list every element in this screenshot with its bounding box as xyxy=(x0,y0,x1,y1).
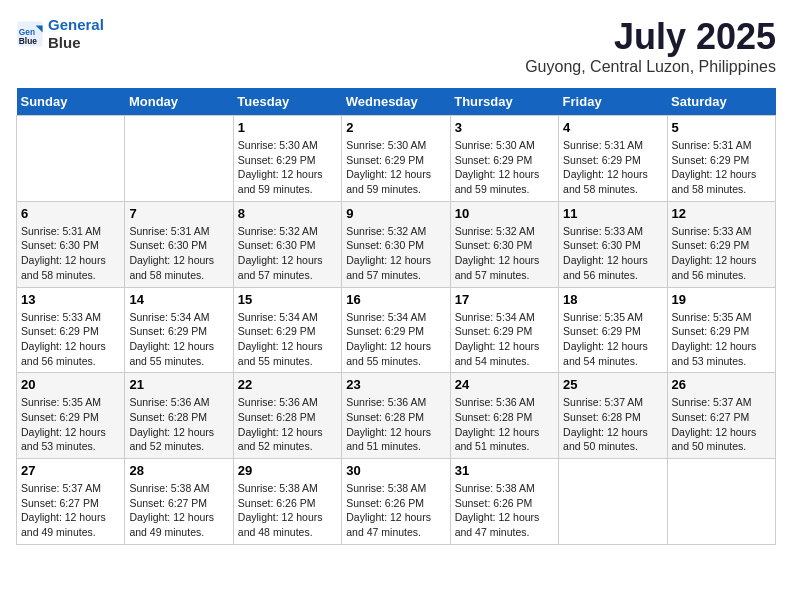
day-number: 21 xyxy=(129,377,228,392)
calendar-day-cell: 2Sunrise: 5:30 AM Sunset: 6:29 PM Daylig… xyxy=(342,116,450,202)
calendar-day-cell: 25Sunrise: 5:37 AM Sunset: 6:28 PM Dayli… xyxy=(559,373,667,459)
logo-icon: Gen Blue xyxy=(16,20,44,48)
calendar-day-cell: 19Sunrise: 5:35 AM Sunset: 6:29 PM Dayli… xyxy=(667,287,775,373)
day-number: 11 xyxy=(563,206,662,221)
day-number: 31 xyxy=(455,463,554,478)
day-number: 12 xyxy=(672,206,771,221)
calendar-day-cell: 4Sunrise: 5:31 AM Sunset: 6:29 PM Daylig… xyxy=(559,116,667,202)
calendar-day-cell: 29Sunrise: 5:38 AM Sunset: 6:26 PM Dayli… xyxy=(233,459,341,545)
day-number: 26 xyxy=(672,377,771,392)
title-block: July 2025 Guyong, Central Luzon, Philipp… xyxy=(525,16,776,76)
day-number: 5 xyxy=(672,120,771,135)
day-info: Sunrise: 5:34 AM Sunset: 6:29 PM Dayligh… xyxy=(129,310,228,369)
calendar-day-cell: 30Sunrise: 5:38 AM Sunset: 6:26 PM Dayli… xyxy=(342,459,450,545)
day-number: 7 xyxy=(129,206,228,221)
day-info: Sunrise: 5:36 AM Sunset: 6:28 PM Dayligh… xyxy=(455,395,554,454)
subtitle: Guyong, Central Luzon, Philippines xyxy=(525,58,776,76)
day-info: Sunrise: 5:37 AM Sunset: 6:27 PM Dayligh… xyxy=(21,481,120,540)
day-info: Sunrise: 5:30 AM Sunset: 6:29 PM Dayligh… xyxy=(346,138,445,197)
calendar-day-cell: 15Sunrise: 5:34 AM Sunset: 6:29 PM Dayli… xyxy=(233,287,341,373)
svg-text:Blue: Blue xyxy=(19,36,37,46)
day-of-week-cell: Sunday xyxy=(17,88,125,116)
day-number: 15 xyxy=(238,292,337,307)
day-info: Sunrise: 5:38 AM Sunset: 6:26 PM Dayligh… xyxy=(346,481,445,540)
day-info: Sunrise: 5:33 AM Sunset: 6:30 PM Dayligh… xyxy=(563,224,662,283)
day-number: 4 xyxy=(563,120,662,135)
calendar-day-cell: 31Sunrise: 5:38 AM Sunset: 6:26 PM Dayli… xyxy=(450,459,558,545)
calendar-day-cell: 5Sunrise: 5:31 AM Sunset: 6:29 PM Daylig… xyxy=(667,116,775,202)
day-of-week-cell: Friday xyxy=(559,88,667,116)
day-info: Sunrise: 5:30 AM Sunset: 6:29 PM Dayligh… xyxy=(455,138,554,197)
day-info: Sunrise: 5:35 AM Sunset: 6:29 PM Dayligh… xyxy=(21,395,120,454)
calendar-week-row: 6Sunrise: 5:31 AM Sunset: 6:30 PM Daylig… xyxy=(17,201,776,287)
day-of-week-header: SundayMondayTuesdayWednesdayThursdayFrid… xyxy=(17,88,776,116)
day-info: Sunrise: 5:31 AM Sunset: 6:30 PM Dayligh… xyxy=(21,224,120,283)
calendar-day-cell: 24Sunrise: 5:36 AM Sunset: 6:28 PM Dayli… xyxy=(450,373,558,459)
day-info: Sunrise: 5:31 AM Sunset: 6:30 PM Dayligh… xyxy=(129,224,228,283)
calendar-day-cell: 14Sunrise: 5:34 AM Sunset: 6:29 PM Dayli… xyxy=(125,287,233,373)
day-number: 24 xyxy=(455,377,554,392)
day-number: 17 xyxy=(455,292,554,307)
day-info: Sunrise: 5:38 AM Sunset: 6:26 PM Dayligh… xyxy=(238,481,337,540)
day-info: Sunrise: 5:31 AM Sunset: 6:29 PM Dayligh… xyxy=(563,138,662,197)
day-info: Sunrise: 5:36 AM Sunset: 6:28 PM Dayligh… xyxy=(129,395,228,454)
page-header: Gen Blue GeneralBlue July 2025 Guyong, C… xyxy=(16,16,776,76)
day-number: 2 xyxy=(346,120,445,135)
calendar-day-cell: 26Sunrise: 5:37 AM Sunset: 6:27 PM Dayli… xyxy=(667,373,775,459)
calendar-day-cell: 22Sunrise: 5:36 AM Sunset: 6:28 PM Dayli… xyxy=(233,373,341,459)
day-number: 22 xyxy=(238,377,337,392)
calendar-day-cell: 1Sunrise: 5:30 AM Sunset: 6:29 PM Daylig… xyxy=(233,116,341,202)
day-info: Sunrise: 5:33 AM Sunset: 6:29 PM Dayligh… xyxy=(672,224,771,283)
day-number: 29 xyxy=(238,463,337,478)
day-number: 28 xyxy=(129,463,228,478)
day-info: Sunrise: 5:37 AM Sunset: 6:28 PM Dayligh… xyxy=(563,395,662,454)
calendar-day-cell: 13Sunrise: 5:33 AM Sunset: 6:29 PM Dayli… xyxy=(17,287,125,373)
day-number: 25 xyxy=(563,377,662,392)
calendar-week-row: 13Sunrise: 5:33 AM Sunset: 6:29 PM Dayli… xyxy=(17,287,776,373)
day-number: 1 xyxy=(238,120,337,135)
day-info: Sunrise: 5:32 AM Sunset: 6:30 PM Dayligh… xyxy=(238,224,337,283)
day-number: 30 xyxy=(346,463,445,478)
calendar-day-cell: 23Sunrise: 5:36 AM Sunset: 6:28 PM Dayli… xyxy=(342,373,450,459)
calendar-day-cell: 27Sunrise: 5:37 AM Sunset: 6:27 PM Dayli… xyxy=(17,459,125,545)
day-number: 18 xyxy=(563,292,662,307)
day-number: 3 xyxy=(455,120,554,135)
calendar-day-cell xyxy=(667,459,775,545)
calendar-week-row: 27Sunrise: 5:37 AM Sunset: 6:27 PM Dayli… xyxy=(17,459,776,545)
calendar-day-cell xyxy=(17,116,125,202)
calendar-day-cell: 11Sunrise: 5:33 AM Sunset: 6:30 PM Dayli… xyxy=(559,201,667,287)
day-info: Sunrise: 5:30 AM Sunset: 6:29 PM Dayligh… xyxy=(238,138,337,197)
calendar-day-cell xyxy=(125,116,233,202)
calendar-day-cell: 20Sunrise: 5:35 AM Sunset: 6:29 PM Dayli… xyxy=(17,373,125,459)
day-info: Sunrise: 5:38 AM Sunset: 6:27 PM Dayligh… xyxy=(129,481,228,540)
day-number: 6 xyxy=(21,206,120,221)
day-number: 20 xyxy=(21,377,120,392)
day-info: Sunrise: 5:34 AM Sunset: 6:29 PM Dayligh… xyxy=(238,310,337,369)
calendar-day-cell: 9Sunrise: 5:32 AM Sunset: 6:30 PM Daylig… xyxy=(342,201,450,287)
day-of-week-cell: Wednesday xyxy=(342,88,450,116)
day-info: Sunrise: 5:32 AM Sunset: 6:30 PM Dayligh… xyxy=(346,224,445,283)
day-info: Sunrise: 5:34 AM Sunset: 6:29 PM Dayligh… xyxy=(455,310,554,369)
day-of-week-cell: Monday xyxy=(125,88,233,116)
calendar-day-cell: 8Sunrise: 5:32 AM Sunset: 6:30 PM Daylig… xyxy=(233,201,341,287)
day-of-week-cell: Tuesday xyxy=(233,88,341,116)
day-number: 19 xyxy=(672,292,771,307)
day-info: Sunrise: 5:36 AM Sunset: 6:28 PM Dayligh… xyxy=(346,395,445,454)
day-info: Sunrise: 5:36 AM Sunset: 6:28 PM Dayligh… xyxy=(238,395,337,454)
day-info: Sunrise: 5:31 AM Sunset: 6:29 PM Dayligh… xyxy=(672,138,771,197)
calendar-day-cell: 16Sunrise: 5:34 AM Sunset: 6:29 PM Dayli… xyxy=(342,287,450,373)
day-number: 9 xyxy=(346,206,445,221)
logo: Gen Blue GeneralBlue xyxy=(16,16,104,52)
day-info: Sunrise: 5:33 AM Sunset: 6:29 PM Dayligh… xyxy=(21,310,120,369)
day-info: Sunrise: 5:34 AM Sunset: 6:29 PM Dayligh… xyxy=(346,310,445,369)
calendar-day-cell: 21Sunrise: 5:36 AM Sunset: 6:28 PM Dayli… xyxy=(125,373,233,459)
day-info: Sunrise: 5:35 AM Sunset: 6:29 PM Dayligh… xyxy=(672,310,771,369)
calendar-week-row: 1Sunrise: 5:30 AM Sunset: 6:29 PM Daylig… xyxy=(17,116,776,202)
calendar-body: 1Sunrise: 5:30 AM Sunset: 6:29 PM Daylig… xyxy=(17,116,776,545)
calendar-day-cell: 12Sunrise: 5:33 AM Sunset: 6:29 PM Dayli… xyxy=(667,201,775,287)
calendar-day-cell: 10Sunrise: 5:32 AM Sunset: 6:30 PM Dayli… xyxy=(450,201,558,287)
calendar-table: SundayMondayTuesdayWednesdayThursdayFrid… xyxy=(16,88,776,545)
day-info: Sunrise: 5:35 AM Sunset: 6:29 PM Dayligh… xyxy=(563,310,662,369)
calendar-day-cell: 6Sunrise: 5:31 AM Sunset: 6:30 PM Daylig… xyxy=(17,201,125,287)
main-title: July 2025 xyxy=(525,16,776,58)
